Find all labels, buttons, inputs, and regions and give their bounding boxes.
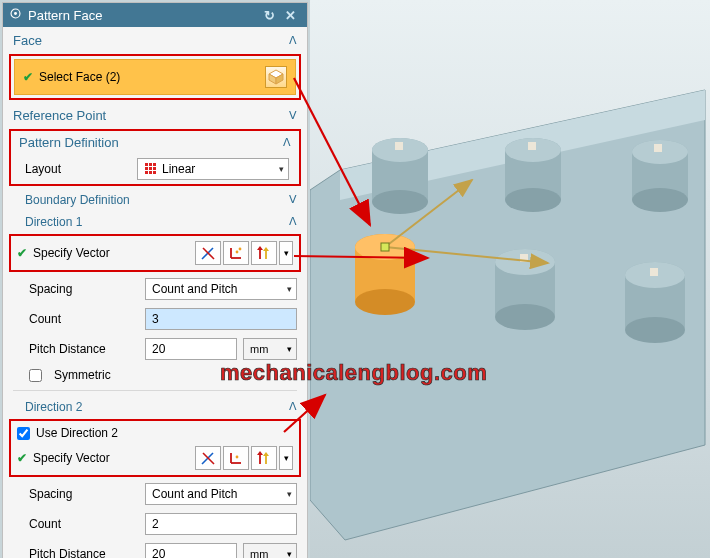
viewport-3d[interactable] [310, 0, 710, 558]
dir1-spacing-row: Spacing Count and Pitch ▾ [3, 274, 307, 304]
section-direction-2[interactable]: Direction 2 ᐱ [3, 395, 307, 417]
svg-point-63 [236, 456, 239, 459]
svg-rect-40 [145, 163, 148, 166]
dir1-symmetric-row: Symmetric [3, 364, 307, 386]
gear-icon [9, 7, 22, 23]
close-button[interactable]: ✕ [280, 8, 301, 23]
svg-point-12 [632, 188, 688, 212]
svg-rect-29 [650, 268, 658, 276]
svg-rect-46 [145, 171, 148, 174]
dir1-pitch-input[interactable]: 20 [145, 338, 237, 360]
chevron-down-icon: ᐯ [289, 109, 297, 122]
dir2-pitch-row: Pitch Distance 20 mm ▾ [3, 539, 307, 558]
vector-buttons: ▾ [195, 446, 293, 470]
pattern-face-panel: Pattern Face ↻ ✕ Face ᐱ ✔ Select Face (2… [2, 2, 308, 558]
select-face-label: Select Face (2) [39, 70, 120, 84]
svg-marker-58 [263, 247, 269, 251]
svg-rect-30 [395, 142, 403, 150]
chevron-up-icon: ᐱ [289, 34, 297, 47]
dir2-count-row: Count 2 [3, 509, 307, 539]
reverse-vector-button[interactable] [251, 446, 277, 470]
chevron-up-icon: ᐱ [289, 215, 297, 229]
chevron-down-icon: ▾ [287, 284, 292, 294]
svg-rect-41 [149, 163, 152, 166]
dir2-unit-dropdown[interactable]: mm ▾ [243, 543, 297, 558]
section-boundary-def[interactable]: Boundary Definition ᐯ [3, 188, 307, 210]
svg-point-4 [372, 190, 428, 214]
inferred-vector-button[interactable] [195, 446, 221, 470]
vector-menu-dropdown[interactable]: ▾ [279, 446, 293, 470]
highlight-layout: Pattern Definition ᐱ Layout Linear ▾ [9, 129, 301, 186]
check-icon: ✔ [23, 70, 33, 84]
dir2-spacing-dropdown[interactable]: Count and Pitch ▾ [145, 483, 297, 505]
chevron-down-icon: ▾ [287, 344, 292, 354]
svg-point-20 [495, 304, 555, 330]
layout-row: Layout Linear ▾ [11, 154, 299, 184]
cube-icon[interactable] [265, 66, 287, 88]
dir1-spacing-dropdown[interactable]: Count and Pitch ▾ [145, 278, 297, 300]
chevron-up-icon: ᐱ [283, 136, 291, 149]
specify-vector-label: Specify Vector [33, 246, 110, 260]
svg-point-16 [355, 289, 415, 315]
axis-vector-button[interactable] [223, 241, 249, 265]
dir1-symmetric-checkbox[interactable] [29, 369, 42, 382]
use-dir2-checkbox[interactable] [17, 427, 30, 440]
axis-vector-button[interactable] [223, 446, 249, 470]
dir1-count-row: Count 3 [3, 304, 307, 334]
select-face-row[interactable]: ✔ Select Face (2) [14, 59, 296, 95]
reverse-vector-button[interactable] [251, 241, 277, 265]
svg-rect-45 [153, 167, 156, 170]
svg-rect-26 [528, 142, 536, 150]
highlight-dir1-vector: ✔ Specify Vector ▾ [9, 234, 301, 272]
panel-title: Pattern Face [28, 8, 102, 23]
dir2-count-input[interactable]: 2 [145, 513, 297, 535]
dir2-spacing-row: Spacing Count and Pitch ▾ [3, 479, 307, 509]
chevron-down-icon: ▾ [287, 549, 292, 558]
chevron-up-icon: ᐱ [289, 400, 297, 414]
svg-marker-56 [257, 246, 263, 250]
svg-rect-47 [149, 171, 152, 174]
section-refpoint[interactable]: Reference Point ᐯ [3, 102, 307, 127]
section-face[interactable]: Face ᐱ [3, 27, 307, 52]
chevron-down-icon: ▾ [287, 489, 292, 499]
svg-rect-27 [654, 144, 662, 152]
highlight-face: ✔ Select Face (2) [9, 54, 301, 100]
chevron-down-icon: ▾ [279, 164, 284, 174]
svg-point-54 [239, 248, 242, 251]
svg-point-8 [505, 188, 561, 212]
vector-buttons: ▾ [195, 241, 293, 265]
panel-titlebar: Pattern Face ↻ ✕ [3, 3, 307, 27]
layout-dropdown[interactable]: Linear ▾ [137, 158, 289, 180]
svg-rect-34 [381, 243, 389, 251]
specify-vector-label: Specify Vector [33, 451, 110, 465]
svg-rect-42 [153, 163, 156, 166]
dir1-unit-dropdown[interactable]: mm ▾ [243, 338, 297, 360]
vector-menu-dropdown[interactable]: ▾ [279, 241, 293, 265]
chevron-down-icon: ᐯ [289, 193, 297, 207]
dir1-count-input[interactable]: 3 [145, 308, 297, 330]
reset-button[interactable]: ↻ [259, 8, 280, 23]
svg-point-53 [236, 251, 239, 254]
divider [13, 390, 297, 391]
highlight-dir2-vector: Use Direction 2 ✔ Specify Vector ▾ [9, 419, 301, 477]
svg-point-24 [625, 317, 685, 343]
check-icon: ✔ [17, 246, 27, 260]
check-icon: ✔ [17, 451, 27, 465]
svg-rect-43 [145, 167, 148, 170]
layout-label: Layout [21, 162, 131, 176]
svg-rect-44 [149, 167, 152, 170]
dir1-pitch-row: Pitch Distance 20 mm ▾ [3, 334, 307, 364]
section-direction-1[interactable]: Direction 1 ᐱ [3, 210, 307, 232]
svg-rect-48 [153, 171, 156, 174]
svg-point-36 [14, 12, 17, 15]
inferred-vector-button[interactable] [195, 241, 221, 265]
svg-marker-67 [263, 452, 269, 456]
section-pattern-definition[interactable]: Pattern Definition ᐱ [11, 131, 299, 154]
svg-marker-65 [257, 451, 263, 455]
dir2-pitch-input[interactable]: 20 [145, 543, 237, 558]
